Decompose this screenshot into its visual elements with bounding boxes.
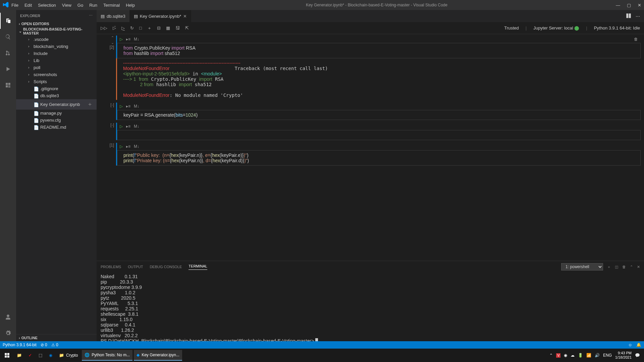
search-icon[interactable] [0, 29, 16, 45]
tray-app-icon[interactable]: V [556, 353, 560, 358]
menu-terminal[interactable]: Terminal [101, 1, 122, 9]
markdown-toggle[interactable]: M↓ [134, 124, 139, 129]
start-button[interactable] [1, 350, 13, 361]
code-cell-2[interactable]: ▷ ▸≡ M↓ keyPair = RSA.generate(bits=1024… [116, 103, 641, 120]
code-cell-1[interactable]: ▷ ▸≡ M↓ 🗑 from Crypto.PublicKey import R… [116, 36, 641, 100]
markdown-toggle[interactable]: M↓ [134, 144, 139, 149]
menu-go[interactable]: Go [75, 1, 86, 9]
tray-battery-icon[interactable]: 🔋 [578, 353, 583, 358]
save-icon[interactable]: 🖫 [175, 25, 180, 31]
run-cell-icon[interactable]: ▷ [120, 104, 123, 109]
run-line-icon[interactable]: ▸≡ [126, 144, 130, 149]
taskbar-app2[interactable]: ⬚ [36, 350, 45, 361]
explorer-more-icon[interactable]: ⋯ [89, 13, 93, 18]
taskbar-clock[interactable]: 9:43 PM 1/18/2021 [615, 351, 632, 360]
panel-tab-terminal[interactable]: TERMINAL [189, 264, 207, 270]
run-all-icon[interactable]: ▷▷ [101, 25, 107, 31]
file-item[interactable]: 📄pyvenv.cfg [16, 117, 97, 124]
run-debug-icon[interactable] [0, 61, 16, 77]
interrupt-icon[interactable]: □ [139, 25, 142, 31]
tray-wifi-icon[interactable]: 📶 [586, 353, 591, 358]
move-up-icon[interactable]: ⌃ [111, 36, 114, 40]
tray-notifications-icon[interactable]: 💬 [635, 353, 640, 358]
export-icon[interactable]: ⇱ [185, 25, 189, 31]
run-line-icon[interactable]: ▸≡ [126, 124, 130, 129]
kernel-status[interactable]: Python 3.9.1 64-bit: Idle [594, 25, 640, 31]
code-editor[interactable] [117, 130, 641, 140]
clear-outputs-icon[interactable]: ⊟ [157, 25, 161, 31]
status-errors[interactable]: ⊘ 0 [41, 343, 47, 347]
add-cell-inline-icon[interactable]: ＋ [86, 100, 94, 109]
menu-selection[interactable]: Selection [35, 1, 58, 9]
tray-chevron-icon[interactable]: ⌃ [549, 353, 553, 358]
menu-edit[interactable]: Edit [22, 1, 35, 9]
taskbar-chrome[interactable]: 🌐Python Tests: No m... [82, 350, 132, 361]
code-editor[interactable]: from Crypto.PublicKey import RSA from ha… [117, 43, 641, 58]
code-cell-3[interactable]: ▷ ▸≡ M↓ [116, 123, 641, 140]
menu-file[interactable]: File [9, 1, 21, 9]
markdown-toggle[interactable]: M↓ [134, 104, 139, 109]
tab-db[interactable]: ▤ db.sqlite3 [97, 10, 130, 22]
folder-item[interactable]: › Scripts [16, 78, 97, 85]
new-terminal-icon[interactable]: ＋ [607, 264, 611, 269]
code-editor[interactable]: print(f"Public key: (n={hex(keyPair.n)},… [117, 150, 641, 166]
run-below-icon[interactable]: ▷̲ [121, 25, 125, 31]
close-icon[interactable]: ✕ [638, 3, 641, 8]
kill-terminal-icon[interactable]: 🗑 [622, 265, 626, 269]
taskbar-explorer[interactable]: 📁 [14, 350, 24, 361]
file-item[interactable]: 📄db.sqlite3 [16, 92, 97, 99]
menu-view[interactable]: View [59, 1, 74, 9]
python-version[interactable]: Python 3.9.1 64-bit [3, 343, 37, 347]
panel-tab-output[interactable]: OUTPUT [128, 265, 143, 269]
markdown-toggle[interactable]: M↓ [134, 37, 139, 42]
folder-item[interactable]: › screenshots [16, 71, 97, 78]
account-icon[interactable] [0, 309, 16, 325]
move-down-icon[interactable]: ⌄ [111, 41, 114, 45]
run-line-icon[interactable]: ▸≡ [126, 104, 130, 109]
folder-item[interactable]: › .vscode [16, 36, 97, 43]
code-cell-4[interactable]: ▷ ▸≡ M↓ print(f"Public key: (n={hex(keyP… [116, 143, 641, 166]
outline-section[interactable]: ›OUTLINE [16, 334, 97, 341]
status-warnings[interactable]: ⚠ 0 [51, 343, 58, 347]
editor-more-icon[interactable]: ⋯ [636, 14, 640, 19]
split-editor-icon[interactable] [626, 13, 632, 20]
run-cell-icon[interactable]: ▷ [120, 124, 123, 129]
file-item[interactable]: 📄README.md [16, 124, 97, 131]
folder-item[interactable]: › Include [16, 50, 97, 57]
tab-close-icon[interactable]: ✕ [183, 14, 187, 19]
menu-run[interactable]: Run [87, 1, 100, 9]
project-root[interactable]: ⌄BLOCKCHAIN-BASED-E-VOTING-MASTER [16, 26, 97, 36]
run-above-icon[interactable]: ▷̄ [113, 25, 116, 31]
taskbar-edge[interactable]: ◉ [46, 350, 55, 361]
terminal-select[interactable]: 1: powershell [561, 263, 603, 270]
tray-volume-icon[interactable]: 🔊 [595, 353, 600, 358]
folder-item[interactable]: › blockchain_voting [16, 43, 97, 50]
restart-icon[interactable]: ↻ [130, 25, 134, 31]
trusted-label[interactable]: Trusted [504, 25, 519, 31]
code-editor[interactable]: keyPair = RSA.generate(bits=1024) [117, 110, 641, 120]
feedback-icon[interactable]: ☺ [628, 343, 632, 347]
panel-tab-debug[interactable]: DEBUG CONSOLE [150, 265, 182, 269]
add-cell-icon[interactable]: ＋ [147, 25, 152, 31]
tray-steam-icon[interactable]: ◉ [564, 353, 567, 358]
source-control-icon[interactable] [0, 45, 16, 61]
run-cell-icon[interactable]: ▷ [120, 37, 123, 42]
tray-language[interactable]: ENG [603, 353, 612, 358]
maximize-panel-icon[interactable]: ⌃ [630, 265, 633, 269]
run-cell-icon[interactable]: ▷ [120, 144, 123, 149]
variables-icon[interactable]: ▦ [166, 25, 170, 31]
minimize-icon[interactable]: — [616, 3, 620, 8]
terminal[interactable]: Naked 0.1.31 pip 20.3.3 pycryptodome 3.9… [97, 273, 644, 341]
run-line-icon[interactable]: ▸≡ [126, 37, 130, 42]
file-item[interactable]: 📄.gitignore [16, 85, 97, 92]
menu-help[interactable]: Help [123, 1, 138, 9]
explorer-icon[interactable] [0, 13, 16, 29]
tab-keygen[interactable]: ▤ Key Generator.ipynb* ✕ [130, 10, 192, 22]
extensions-icon[interactable] [0, 77, 16, 93]
taskbar-vscode[interactable]: ◆Key Generator.ipyn... [134, 350, 182, 361]
taskbar-app1[interactable]: ✓ [26, 350, 35, 361]
notifications-icon[interactable]: 🔔 [636, 343, 641, 347]
split-terminal-icon[interactable]: ◫ [615, 265, 618, 269]
folder-item[interactable]: › Lib [16, 57, 97, 64]
taskbar-folder-crypto[interactable]: 📁Crypto [56, 350, 80, 361]
